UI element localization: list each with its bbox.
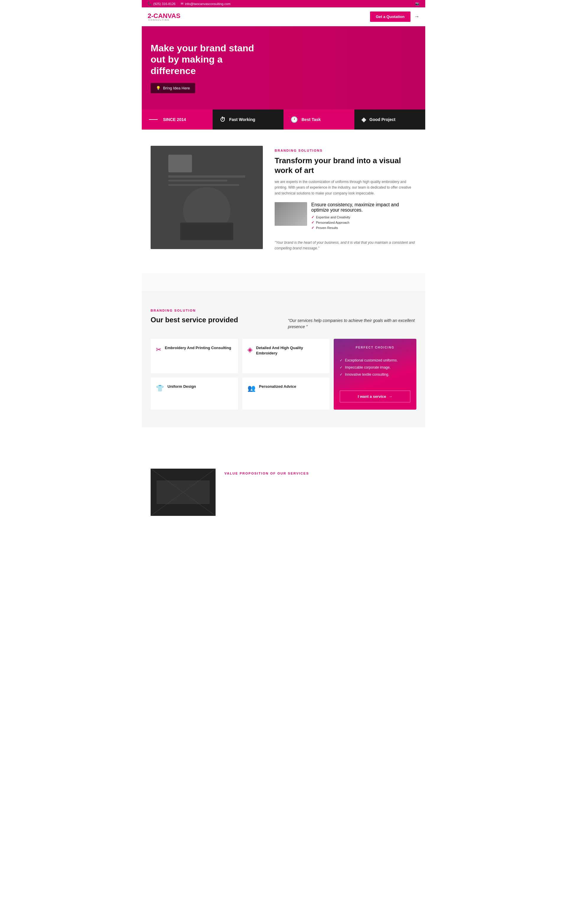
i-want-service-button[interactable]: I want a service →	[340, 390, 411, 402]
service-name-1: Embroidery And Printing Consulting	[165, 345, 231, 351]
branding-section: BRANDING SOLUTIONS Transform your brand …	[142, 129, 425, 273]
service-card-4: 👥 Personalized Advice	[242, 378, 329, 410]
stat-task-label: Best Task	[302, 117, 321, 122]
email-address: info@twocanvasconsulting.com	[185, 2, 230, 6]
services-tagline: "Our services help companies to achieve …	[288, 309, 417, 330]
checklist-item-3: ✓ Proven Results	[311, 226, 417, 230]
bring-idea-label: Bring Idea Here	[163, 86, 190, 90]
services-section: BRANDING SOLUTION Our best service provi…	[142, 291, 425, 428]
service-card-1: ✂ Embroidery And Printing Consulting	[150, 339, 238, 374]
brand-mini-content: Ensure consistency, maximize impact and …	[311, 202, 417, 231]
stat-since-label: SINCE 2014	[163, 117, 186, 122]
svg-rect-2	[168, 175, 245, 178]
perfect-card: PERFECT CHOICING ✓ Exceptional customize…	[334, 339, 417, 410]
header: 2-CANVAS CONSULTING Get a Quotation →	[142, 8, 425, 26]
svg-rect-1	[168, 154, 192, 172]
bottom-image	[150, 469, 215, 516]
services-label: BRANDING SOLUTION	[150, 309, 279, 312]
brand-content: BRANDING SOLUTIONS Transform your brand …	[275, 146, 417, 257]
service-name-2: Detailed And High Quality Embroidery	[256, 345, 324, 356]
perfect-check-2: ✓	[340, 365, 343, 369]
stat-fast: ⏱ Fast Working	[213, 110, 284, 129]
stats-bar: SINCE 2014 ⏱ Fast Working 🕐 Best Task ◈ …	[142, 110, 425, 129]
header-right: Get a Quotation →	[370, 12, 420, 22]
service-icon-4: 👥	[247, 384, 256, 392]
get-quotation-button[interactable]: Get a Quotation	[370, 12, 411, 22]
idea-icon: 💡	[156, 86, 161, 90]
services-top: BRANDING SOLUTION Our best service provi…	[150, 309, 417, 330]
project-icon: ◈	[361, 116, 366, 123]
task-icon: 🕐	[290, 116, 298, 123]
email-info: ✉ info@twocanvasconsulting.com	[181, 2, 230, 6]
hero-section: Make your brand stand out by making a di…	[142, 26, 425, 110]
service-icon-3: 👕	[156, 384, 164, 392]
logo: 2-CANVAS CONSULTING	[147, 12, 180, 21]
stat-since: SINCE 2014	[142, 110, 213, 129]
branding-description: we are experts in the customization of u…	[275, 179, 417, 196]
service-card-3: 👕 Uniform Design	[150, 378, 238, 410]
brand-mini-image	[275, 202, 307, 226]
branding-heading: Transform your brand into a visual work …	[275, 156, 417, 175]
arrow-icon: →	[414, 14, 420, 20]
perfect-item-1: ✓ Exceptional customized uniforms.	[340, 358, 411, 362]
svg-rect-3	[168, 180, 227, 182]
instagram-icon[interactable]: 📷	[415, 2, 420, 5]
service-name-3: Uniform Design	[167, 384, 196, 389]
brand-mini: Ensure consistency, maximize impact and …	[275, 202, 417, 231]
bottom-text: VALUE PROPOSITION OF OUR SERVICES	[224, 469, 417, 475]
svg-rect-6	[180, 222, 233, 240]
perfect-check-3: ✓	[340, 372, 343, 376]
hero-overlay	[269, 26, 425, 110]
brand-quote: "Your brand is the heart of your busines…	[275, 237, 417, 251]
hero-content: Make your brand stand out by making a di…	[150, 42, 269, 93]
services-grid: ✂ Embroidery And Printing Consulting ◈ D…	[150, 339, 417, 410]
perfect-item-3: ✓ Innovative textile consulting.	[340, 372, 411, 376]
services-left: BRANDING SOLUTION Our best service provi…	[150, 309, 279, 324]
bottom-label: VALUE PROPOSITION OF OUR SERVICES	[224, 472, 417, 475]
service-name-4: Personalized Advice	[259, 384, 296, 389]
since-line	[149, 119, 158, 120]
perfect-label: PERFECT CHOICING	[340, 346, 411, 349]
fast-icon: ⏱	[220, 116, 226, 123]
stat-project-label: Good Project	[370, 117, 396, 122]
check-icon-2: ✓	[311, 220, 314, 225]
services-right: "Our services help companies to achieve …	[288, 309, 417, 330]
stat-fast-label: Fast Working	[229, 117, 255, 122]
brand-mini-text: Ensure consistency, maximize impact and …	[311, 202, 417, 213]
spacer	[142, 428, 425, 451]
stat-project: ◈ Good Project	[354, 110, 425, 129]
service-btn-arrow: →	[389, 394, 393, 399]
checklist-item-2: ✓ Personalized Approach	[311, 220, 417, 225]
services-heading: Our best service provided	[150, 316, 279, 324]
perfect-check-1: ✓	[340, 358, 343, 362]
email-icon: ✉	[181, 2, 183, 6]
service-card-2: ◈ Detailed And High Quality Embroidery	[242, 339, 329, 374]
bottom-teaser: VALUE PROPOSITION OF OUR SERVICES	[142, 451, 425, 525]
check-icon-1: ✓	[311, 215, 314, 219]
topbar-left: 📞 (925) 316-8126 ✉ info@twocanvasconsult…	[147, 2, 230, 6]
stat-task: 🕐 Best Task	[284, 110, 354, 129]
checklist-item-1: ✓ Expertise and Creativity	[311, 215, 417, 219]
branding-label: BRANDING SOLUTIONS	[275, 149, 417, 152]
perfect-item-2: ✓ Impeccable corporate image.	[340, 365, 411, 369]
phone-icon: 📞	[147, 2, 152, 6]
topbar-right: 📷	[415, 2, 420, 6]
perfect-checklist: ✓ Exceptional customized uniforms. ✓ Imp…	[340, 358, 411, 380]
service-btn-label: I want a service	[358, 394, 386, 399]
phone-number: (925) 316-8126	[153, 2, 175, 6]
brand-image	[150, 146, 263, 249]
check-icon-3: ✓	[311, 226, 314, 230]
hero-headline: Make your brand stand out by making a di…	[150, 42, 269, 76]
service-icon-2: ◈	[247, 346, 253, 354]
brand-checklist: ✓ Expertise and Creativity ✓ Personalize…	[311, 215, 417, 230]
topbar: 📞 (925) 316-8126 ✉ info@twocanvasconsult…	[142, 0, 425, 8]
phone-info: 📞 (925) 316-8126	[147, 2, 175, 6]
bring-idea-button[interactable]: 💡 Bring Idea Here	[150, 83, 195, 93]
divider	[142, 273, 425, 291]
svg-rect-4	[168, 184, 239, 186]
service-icon-1: ✂	[156, 346, 161, 354]
brand-image-placeholder	[150, 146, 263, 249]
